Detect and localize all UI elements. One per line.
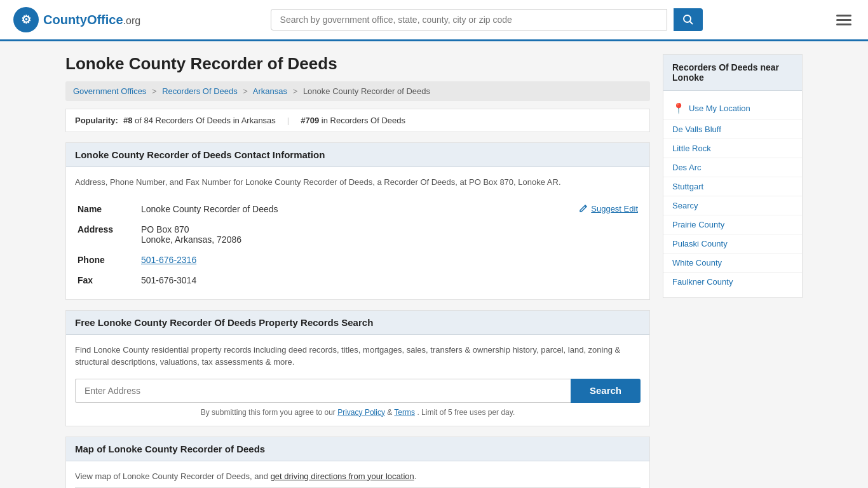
map-description: View map of Lonoke County Recorder of De… [75,470,641,483]
search-icon [682,14,694,25]
map-section: Map of Lonoke County Recorder of Deeds V… [65,437,650,489]
contact-fax-row: Fax 501-676-3014 [75,270,641,290]
contact-section-body: Address, Phone Number, and Fax Number fo… [66,167,649,299]
property-search-row: Search [75,379,641,403]
contact-description: Address, Phone Number, and Fax Number fo… [75,176,641,189]
header-search-input[interactable] [271,9,667,30]
fax-label: Fax [75,270,139,290]
phone-label: Phone [75,250,139,270]
sidebar-list: 📍 Use My Location De Valls Bluff Little … [663,91,802,297]
breadcrumb-sep: > [243,86,248,96]
phone-link[interactable]: 501-676-2316 [141,255,196,265]
address-input[interactable] [75,379,571,403]
popularity-divider: | [287,116,289,125]
map-section-header: Map of Lonoke County Recorder of Deeds [66,437,649,461]
suggest-edit-link[interactable]: Suggest Edit [579,204,638,214]
breadcrumb-recorders-of-deeds[interactable]: Recorders Of Deeds [162,86,238,96]
fax-value: 501-676-3014 [139,270,641,290]
location-pin-icon: 📍 [672,102,685,114]
contact-section-title: Lonoke County Recorder of Deeds Contact … [75,149,325,160]
sidebar-link-de-valls-bluff[interactable]: De Valls Bluff [663,119,802,139]
contact-table: Name Lonoke County Recorder of Deeds Sug… [75,199,641,290]
hamburger-icon [836,24,851,25]
sidebar-link-faulkner-county[interactable]: Faulkner County [663,272,802,291]
breadcrumb-sep: > [152,86,157,96]
hamburger-icon [836,19,851,21]
map-section-body: View map of Lonoke County Recorder of De… [66,461,649,489]
logo-icon: ⚙ [13,6,39,33]
property-search-section: Free Lonoke County Recorder Of Deeds Pro… [65,310,650,426]
logo[interactable]: ⚙ CountyOffice.org [13,6,140,33]
popularity-label: Popularity: [75,116,118,125]
hamburger-menu-button[interactable] [832,11,855,29]
svg-text:⚙: ⚙ [21,13,31,26]
breadcrumb-arkansas[interactable]: Arkansas [253,86,287,96]
svg-point-2 [684,15,691,22]
name-value: Lonoke County Recorder of Deeds Suggest … [139,199,641,219]
sidebar-link-des-arc[interactable]: Des Arc [663,158,802,177]
contact-phone-row: Phone 501-676-2316 [75,250,641,270]
sidebar-link-pulaski-county[interactable]: Pulaski County [663,234,802,253]
header-search-button[interactable] [674,8,703,31]
property-search-header: Free Lonoke County Recorder Of Deeds Pro… [66,311,649,335]
contact-address-row: Address PO Box 870 Lonoke, Arkansas, 720… [75,219,641,250]
sidebar-box: Recorders Of Deeds near Lonoke 📍 Use My … [663,54,803,298]
breadcrumb-current: Lonoke County Recorder of Deeds [303,86,430,96]
contact-section: Lonoke County Recorder of Deeds Contact … [65,142,650,300]
property-search-description: Find Lonoke County residential property … [75,344,641,369]
suggest-edit-icon [579,204,588,213]
popularity-rank-local: #8 of 84 Recorders Of Deeds in Arkansas [123,116,276,125]
driving-directions-link[interactable]: get driving directions from your locatio… [271,471,414,481]
name-label: Name [75,199,139,219]
sidebar: Recorders Of Deeds near Lonoke 📍 Use My … [663,54,803,488]
logo-text: CountyOffice.org [43,13,140,27]
property-search-body: Find Lonoke County residential property … [66,335,649,426]
content-area: Lonoke County Recorder of Deeds Governme… [65,54,650,488]
form-disclaimer: By submitting this form you agree to our… [75,408,641,417]
breadcrumb-sep: > [293,86,298,96]
contact-name-row: Name Lonoke County Recorder of Deeds Sug… [75,199,641,219]
site-header: ⚙ CountyOffice.org [0,0,868,41]
sidebar-title: Recorders Of Deeds near Lonoke [663,55,802,91]
terms-link[interactable]: Terms [394,408,415,417]
svg-line-3 [689,22,693,25]
breadcrumb: Government Offices > Recorders Of Deeds … [65,81,650,101]
sidebar-link-stuttgart[interactable]: Stuttgart [663,177,802,196]
privacy-policy-link[interactable]: Privacy Policy [337,408,385,417]
use-my-location-link[interactable]: 📍 Use My Location [663,97,802,119]
sidebar-link-white-county[interactable]: White County [663,253,802,272]
popularity-rank-global: #709 in Recorders Of Deeds [301,116,405,125]
hamburger-icon [836,15,851,17]
sidebar-link-little-rock[interactable]: Little Rock [663,139,802,158]
property-search-button[interactable]: Search [571,379,641,403]
popularity-bar: Popularity: #8 of 84 Recorders Of Deeds … [65,109,650,132]
breadcrumb-government-offices[interactable]: Government Offices [73,86,146,96]
address-value: PO Box 870 Lonoke, Arkansas, 72086 [139,219,641,250]
address-label: Address [75,219,139,250]
map-section-title: Map of Lonoke County Recorder of Deeds [75,444,265,454]
main-wrapper: Lonoke County Recorder of Deeds Governme… [53,41,815,488]
phone-value: 501-676-2316 [139,250,641,270]
header-search-area [271,8,703,31]
sidebar-link-prairie-county[interactable]: Prairie County [663,215,802,234]
sidebar-link-searcy[interactable]: Searcy [663,196,802,215]
page-title: Lonoke County Recorder of Deeds [65,54,650,74]
contact-section-header: Lonoke County Recorder of Deeds Contact … [66,143,649,167]
property-search-title: Free Lonoke County Recorder Of Deeds Pro… [75,317,373,328]
